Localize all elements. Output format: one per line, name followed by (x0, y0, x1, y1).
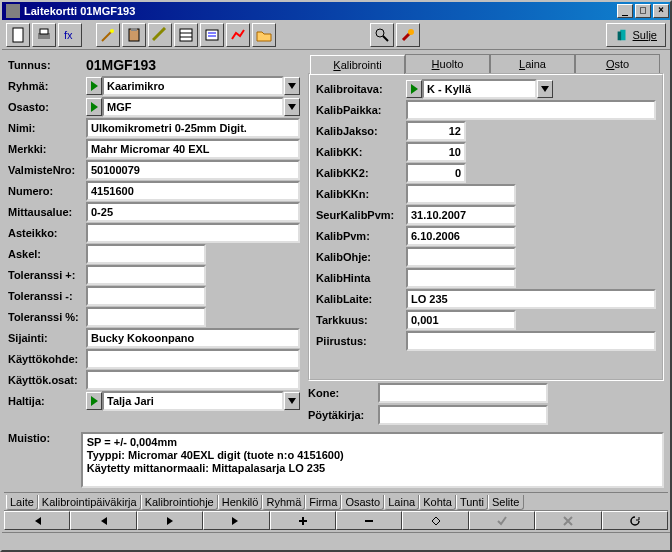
close-window-button[interactable]: × (653, 4, 669, 18)
svg-rect-0 (13, 28, 23, 42)
notes-icon[interactable] (200, 23, 224, 47)
btab-laina[interactable]: Laina (384, 495, 419, 510)
osasto-lookup-button[interactable] (86, 98, 102, 116)
tab-huolto[interactable]: Huolto (405, 54, 490, 73)
btab-laite[interactable]: Laite (6, 495, 38, 510)
kalibroitava-field[interactable] (422, 79, 537, 99)
tarkkuus-field[interactable] (406, 310, 516, 330)
asteikko-field[interactable] (86, 223, 300, 243)
numero-field[interactable] (86, 181, 300, 201)
kalibpvm-field[interactable] (406, 226, 516, 246)
nav-cancel-button[interactable] (535, 511, 601, 530)
nav-first-button[interactable] (4, 511, 70, 530)
nav-last-button[interactable] (203, 511, 269, 530)
status-bar (2, 532, 670, 550)
nav-refresh-button[interactable] (602, 511, 668, 530)
btab-kohta[interactable]: Kohta (419, 495, 456, 510)
search-icon[interactable] (370, 23, 394, 47)
svg-line-14 (383, 36, 388, 41)
haltija-dropdown-button[interactable] (284, 392, 300, 410)
kalibkk-field[interactable] (406, 142, 466, 162)
ruler-icon[interactable] (148, 23, 172, 47)
mittausalue-field[interactable] (86, 202, 300, 222)
sijainti-label: Sijainti: (8, 332, 86, 344)
poytakirja-field[interactable] (378, 405, 548, 425)
valmistenro-label: ValmisteNro: (8, 164, 86, 176)
seurkalibpvm-field[interactable] (406, 205, 516, 225)
folder-icon[interactable] (252, 23, 276, 47)
tab-osto[interactable]: Osto (575, 54, 660, 73)
tolpos-field[interactable] (86, 265, 206, 285)
ryhma-dropdown-button[interactable] (284, 77, 300, 95)
grid-icon[interactable] (174, 23, 198, 47)
nimi-field[interactable] (86, 118, 300, 138)
btab-kalibrointiohje[interactable]: Kalibrointiohje (141, 495, 218, 510)
kalibhinta-field[interactable] (406, 268, 516, 288)
clipboard-icon[interactable] (122, 23, 146, 47)
valmistenro-field[interactable] (86, 160, 300, 180)
muistio-label: Muistio: (8, 432, 81, 488)
btab-tunti[interactable]: Tunti (456, 495, 488, 510)
btab-kalibrointipaivakirja[interactable]: Kalibrointipäiväkirja (38, 495, 141, 510)
ryhma-label: Ryhmä: (8, 80, 86, 92)
print-icon[interactable] (32, 23, 56, 47)
kone-label: Kone: (308, 387, 378, 399)
sijainti-field[interactable] (86, 328, 300, 348)
tab-kalibrointi[interactable]: Kalibrointi (310, 55, 405, 74)
kayttokohde-field[interactable] (86, 349, 300, 369)
nav-prev-button[interactable] (70, 511, 136, 530)
nav-add-button[interactable] (270, 511, 336, 530)
kalibkk-label: KalibKK: (316, 146, 406, 158)
tool-icon[interactable] (396, 23, 420, 47)
kayttokosat-field[interactable] (86, 370, 300, 390)
new-icon[interactable] (6, 23, 30, 47)
kalibkkn-field[interactable] (406, 184, 516, 204)
kone-field[interactable] (378, 383, 548, 403)
svg-rect-2 (40, 29, 48, 34)
tunnus-label: Tunnus: (8, 59, 86, 71)
muistio-field[interactable] (81, 432, 664, 488)
tab-laina[interactable]: Laina (490, 54, 575, 73)
kalibpaikka-label: KalibPaikka: (316, 104, 406, 116)
kalibkkn-label: KalibKKn: (316, 188, 406, 200)
window-title: Laitekortti 01MGF193 (24, 5, 135, 17)
tolneg-field[interactable] (86, 286, 206, 306)
chart-icon[interactable] (226, 23, 250, 47)
btab-firma[interactable]: Firma (305, 495, 341, 510)
merkki-field[interactable] (86, 139, 300, 159)
kalibpaikka-field[interactable] (406, 100, 656, 120)
tolpct-field[interactable] (86, 307, 206, 327)
nav-ok-button[interactable] (469, 511, 535, 530)
piirustus-field[interactable] (406, 331, 656, 351)
svg-rect-17 (617, 31, 621, 40)
kalibohje-field[interactable] (406, 247, 516, 267)
ryhma-lookup-button[interactable] (86, 77, 102, 95)
haltija-field[interactable] (102, 391, 284, 411)
app-icon (6, 4, 20, 18)
kalibroitava-lookup-button[interactable] (406, 80, 422, 98)
askel-field[interactable] (86, 244, 206, 264)
nav-edit-button[interactable] (402, 511, 468, 530)
btab-henkilo[interactable]: Henkilö (218, 495, 263, 510)
btab-ryhma[interactable]: Ryhmä (262, 495, 305, 510)
nimi-label: Nimi: (8, 122, 86, 134)
btab-osasto[interactable]: Osasto (341, 495, 384, 510)
minimize-button[interactable]: _ (617, 4, 633, 18)
wizard-icon[interactable] (96, 23, 120, 47)
ryhma-field[interactable] (102, 76, 284, 96)
close-button[interactable]: Sulje (606, 23, 666, 47)
osasto-field[interactable] (102, 97, 284, 117)
btab-selite[interactable]: Selite (488, 495, 524, 510)
nav-next-button[interactable] (137, 511, 203, 530)
haltija-lookup-button[interactable] (86, 392, 102, 410)
maximize-button[interactable]: □ (635, 4, 651, 18)
kalibroitava-dropdown-button[interactable] (537, 80, 553, 98)
svg-rect-18 (365, 520, 373, 522)
kalibjakso-field[interactable] (406, 121, 466, 141)
kalibkk2-field[interactable] (406, 163, 466, 183)
nav-delete-button[interactable] (336, 511, 402, 530)
svg-text:fx: fx (64, 29, 73, 41)
fx-icon[interactable]: fx (58, 23, 82, 47)
kaliblaite-field[interactable] (406, 289, 656, 309)
osasto-dropdown-button[interactable] (284, 98, 300, 116)
